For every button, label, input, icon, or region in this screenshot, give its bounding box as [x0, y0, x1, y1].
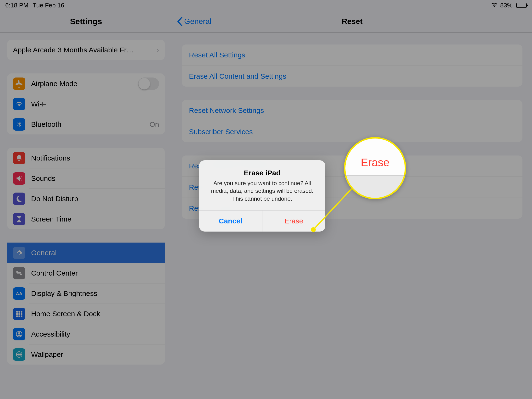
callout-erase-highlight: Erase [344, 137, 406, 199]
alert-message: Are you sure you want to continue? All m… [206, 179, 319, 203]
callout-label: Erase [361, 156, 389, 169]
erase-ipad-alert: Erase iPad Are you sure you want to cont… [199, 160, 325, 232]
alert-title: Erase iPad [206, 169, 319, 177]
erase-button[interactable]: Erase [262, 210, 326, 232]
cancel-button[interactable]: Cancel [199, 210, 262, 232]
